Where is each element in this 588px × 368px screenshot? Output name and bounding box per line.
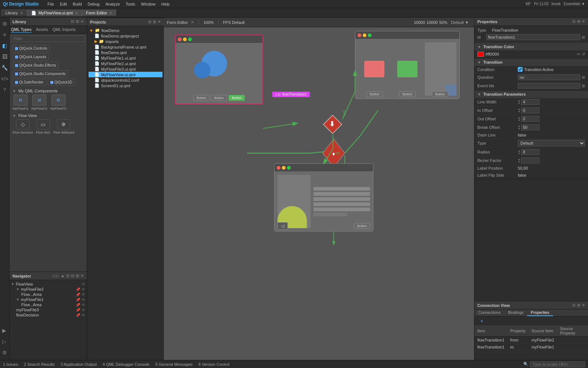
status-type-input[interactable]: 🔍: [523, 361, 585, 367]
window1-btn2[interactable]: Button: [211, 95, 227, 101]
nav-pin-flowdecision[interactable]: 📌: [76, 313, 80, 317]
proj-item-imports[interactable]: ▶ 📁 imports: [89, 39, 162, 44]
proj-expand[interactable]: ⊞: [153, 20, 156, 24]
my-qml-header[interactable]: ▼ My QML Components: [12, 89, 84, 93]
nav-eye-flowdecision[interactable]: 👁: [82, 313, 85, 317]
break-offset-down[interactable]: ▼: [518, 127, 520, 130]
status-version[interactable]: 6 Version Control: [198, 362, 229, 367]
menu-debug[interactable]: Debug: [88, 2, 100, 6]
question-input[interactable]: [518, 74, 580, 80]
menu-help[interactable]: Help: [161, 2, 170, 6]
window1-btn3[interactable]: Button: [229, 95, 245, 101]
window2-btn3[interactable]: Button: [432, 91, 448, 97]
nav-item-flow-area-1[interactable]: Flow...Area 📌 👁: [11, 292, 85, 297]
nav-pin-myflowfile2[interactable]: 📌: [76, 287, 80, 291]
nav-eye-flowarea1[interactable]: 👁: [82, 293, 85, 297]
nav-item-myflowfile2[interactable]: ▼ myFlowFile2 📌 👁: [11, 287, 85, 292]
library-search-input[interactable]: [11, 35, 85, 42]
proj-item-myflowfile1[interactable]: 📄 MyFlowFile1.ui.qml: [89, 55, 162, 61]
line-width-input[interactable]: [521, 99, 539, 105]
type-to-locate-input[interactable]: [530, 361, 585, 367]
conn-tab-bindings[interactable]: Bindings: [504, 309, 527, 316]
nav-item-myflowfile3[interactable]: myFlowFile3 📌 👁: [11, 307, 85, 312]
proj-item-flowdemoqml[interactable]: 📄 flowDemo.qml: [89, 50, 162, 55]
btn-qt-saferender[interactable]: Qt.SafeRender: [12, 79, 46, 86]
btn-qtquick-controls[interactable]: QtQuick.Controls: [12, 45, 50, 52]
id-expand-icon[interactable]: ⊞: [582, 35, 585, 40]
bezier-down[interactable]: ▼: [518, 160, 520, 163]
nav-forward[interactable]: ▷: [56, 273, 59, 278]
menu-window[interactable]: Window: [141, 2, 155, 6]
transition-params-header[interactable]: ▼ Transition Parameters: [474, 91, 588, 98]
in-offset-up[interactable]: ▲: [518, 108, 520, 110]
nav-back[interactable]: ◁: [52, 273, 55, 278]
bezier-up[interactable]: ▲: [518, 158, 520, 160]
nav-pin-flowarea1[interactable]: 📌: [76, 293, 80, 297]
id-input[interactable]: [486, 34, 580, 40]
color-edit-icon[interactable]: ✏: [577, 52, 580, 57]
radius-up[interactable]: ▲: [518, 149, 520, 152]
nav-filter[interactable]: ⊟: [66, 273, 69, 278]
line-width-up[interactable]: ▲: [518, 99, 520, 102]
btn-qtquick-components[interactable]: QtQuick.Studio.Components: [12, 70, 68, 77]
question-expand[interactable]: ⊞: [582, 75, 585, 80]
proj-item-flowdemo[interactable]: ▼ 📁 flowDemo: [89, 28, 162, 33]
sidebar-icon-components[interactable]: ◧: [1, 41, 8, 50]
break-offset-input[interactable]: [521, 124, 539, 130]
nav-pin-flowarea2[interactable]: 📌: [76, 303, 80, 307]
tab-form-editor[interactable]: Form Editor ✕: [82, 10, 116, 16]
window2-btn2[interactable]: Button: [399, 91, 415, 97]
my-qml-item-2[interactable]: M MyFlowFi2: [32, 95, 48, 110]
nav-item-flowview[interactable]: ▼ FlowView 👁: [11, 282, 85, 287]
nav-eye-myflowfile1[interactable]: 👁: [82, 298, 85, 302]
conn-add-btn[interactable]: +: [477, 316, 486, 325]
conn-close[interactable]: ✕: [582, 303, 585, 308]
sidebar-icon-debug-play[interactable]: ▷: [1, 337, 8, 346]
btn-qtquick-effects[interactable]: QtQuick.Studio.Effects: [12, 62, 58, 69]
sidebar-icon-settings[interactable]: ⚙: [1, 348, 8, 357]
menu-analyze[interactable]: Analyze: [105, 2, 120, 6]
tab-qml-imports[interactable]: QML Imports: [53, 26, 76, 33]
event-ids-expand[interactable]: ⊞: [582, 84, 585, 88]
tab-myflowview-close[interactable]: ✕: [75, 11, 78, 15]
tab-qml-types[interactable]: QML Types: [11, 26, 32, 33]
status-issues[interactable]: 1 Issues: [3, 362, 18, 367]
props-close[interactable]: ✕: [582, 19, 585, 24]
nav-minimize[interactable]: ⊟: [71, 273, 74, 278]
library-expand[interactable]: ⊞: [76, 19, 79, 24]
btn-qtquick-layouts[interactable]: QtQuick.Layouts: [12, 53, 49, 60]
radius-down[interactable]: ▼: [518, 152, 520, 155]
nav-up[interactable]: ▲: [61, 273, 65, 278]
conn-tab-properties[interactable]: Properties: [527, 309, 553, 316]
nav-eye-myflowfile2[interactable]: 👁: [82, 287, 85, 291]
nav-pin-myflowfile3[interactable]: 📌: [76, 308, 80, 312]
props-expand[interactable]: ⊞: [577, 19, 580, 24]
conn-expand[interactable]: ⊞: [577, 303, 580, 308]
line-width-down[interactable]: ▼: [518, 102, 520, 105]
my-qml-item-1[interactable]: M MyFlowFi1: [12, 95, 29, 110]
proj-item-bgframe[interactable]: 📄 BackgroundFrame.ui.qml: [89, 44, 162, 50]
out-offset-down[interactable]: ▼: [518, 119, 520, 121]
conn-row-1[interactable]: flowTransition1 from myFlowFile2: [474, 337, 588, 344]
back-btn-triangle[interactable]: ◁: [277, 222, 288, 230]
out-offset-input[interactable]: [521, 116, 539, 122]
tab-assets[interactable]: Assets: [36, 26, 48, 33]
conn-tab-connections[interactable]: Connections: [474, 309, 504, 316]
sidebar-icon-assets[interactable]: 🖼: [1, 52, 9, 61]
out-offset-up[interactable]: ▲: [518, 116, 520, 119]
proj-item-qtquickconf[interactable]: 📄 qtquickcontrols2.conf: [89, 77, 162, 83]
form-editor-close[interactable]: ✕: [191, 20, 194, 25]
proj-minimize[interactable]: ⊟: [148, 20, 151, 24]
sidebar-icon-play[interactable]: ▶: [1, 326, 8, 335]
in-offset-down[interactable]: ▼: [518, 110, 520, 113]
library-minimize[interactable]: ⊟: [71, 19, 74, 24]
nav-eye-flowarea2[interactable]: 👁: [82, 303, 85, 307]
btn-qtquick3d[interactable]: QtQuick3D: [48, 79, 75, 86]
nav-eye-flowview[interactable]: 👁: [82, 282, 85, 286]
sidebar-icon-help[interactable]: ?: [2, 85, 8, 94]
menu-build[interactable]: Build: [73, 2, 82, 6]
nav-item-flow-area-2[interactable]: Flow...Area 📌 👁: [11, 302, 85, 307]
nav-close[interactable]: ✕: [80, 273, 84, 278]
status-qml-debug[interactable]: 4 QML Debugger Console: [103, 362, 149, 367]
proj-item-screen01[interactable]: 📄 Screen01.ui.qml: [89, 83, 162, 88]
